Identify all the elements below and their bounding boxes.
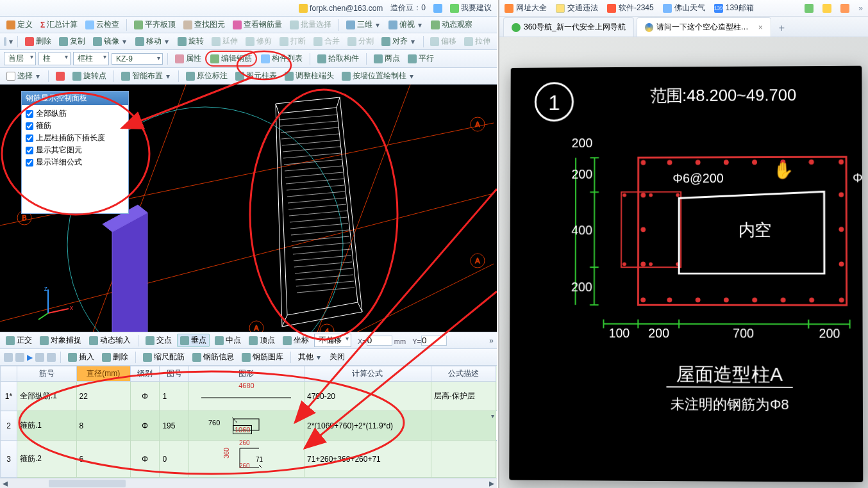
insert-row-button[interactable]: 插入 (65, 351, 97, 363)
define-button[interactable]: 定义 (4, 19, 35, 31)
rebar-table[interactable]: 筋号 直径(mm) 级别 图号 图形 计算公式 公式描述 1* 全部纵筋.1 2… (0, 366, 497, 478)
copy-button[interactable]: 复制 (56, 35, 88, 47)
table-row[interactable]: 3 箍筋.2 6 Φ 0 260 360 71 260 71+260+360+2… (1, 441, 497, 478)
suggest-link[interactable]: 我要建议 (450, 3, 492, 13)
chk-upper-insert[interactable]: 上层柱插筋下插长度 (26, 132, 124, 144)
column-table-tool[interactable]: 图元柱表 (233, 70, 280, 82)
svg-line-39 (289, 211, 347, 216)
model-viewport[interactable]: B A A 4 A (0, 85, 497, 332)
close-button[interactable]: 关闭 (327, 351, 347, 363)
offset-button[interactable]: 偏移 (428, 35, 459, 47)
expand-icon[interactable]: » (489, 336, 494, 345)
ext-grid-icon[interactable] (805, 4, 814, 13)
two-point-button[interactable]: 两点 (371, 53, 403, 65)
snap-coord[interactable]: 坐标 (280, 334, 312, 346)
svg-line-104 (594, 158, 595, 305)
ext-book-icon[interactable] (822, 4, 831, 13)
ext-aa-icon[interactable] (840, 4, 849, 13)
break-button[interactable]: 打断 (277, 35, 308, 47)
find-entity-button[interactable]: 查找图元 (181, 19, 228, 31)
svg-point-82 (724, 297, 729, 302)
rebar-info-button[interactable]: 钢筋信息 (190, 351, 237, 363)
prev-icon[interactable] (15, 353, 24, 362)
first-icon[interactable] (4, 353, 13, 362)
refresh-icon[interactable] (433, 4, 442, 13)
snap-mid[interactable]: 中点 (212, 334, 244, 346)
bookmark-traffic[interactable]: 交通违法 (556, 3, 598, 13)
bookmark-site-nav[interactable]: 网址大全 (505, 3, 547, 13)
close-tab-icon[interactable]: × (758, 23, 763, 32)
extend-button[interactable]: 延伸 (209, 35, 240, 47)
bookmark-139mail[interactable]: 139139邮箱 (714, 3, 754, 13)
batch-select-button[interactable]: 批量选择 (287, 19, 334, 31)
parallel-button[interactable]: 平行 (405, 53, 437, 65)
merge-button[interactable]: 合并 (311, 35, 342, 47)
cloud-check-button[interactable]: 云检查 (83, 19, 122, 31)
ext-more-icon[interactable]: » (858, 4, 863, 13)
align-button[interactable]: 对齐▾ (379, 35, 419, 47)
component-list-button[interactable]: 构件列表 (258, 53, 305, 65)
ortho-toggle[interactable]: 正交 (3, 334, 35, 346)
user-email[interactable]: forpk.chen@163.com (299, 4, 383, 13)
chk-other-entities[interactable]: 显示其它图元 (26, 144, 124, 156)
smart-layout-tool[interactable]: 智能布置▾ (119, 70, 174, 82)
snap-cross[interactable]: 交点 (143, 334, 174, 346)
scale-rebar-button[interactable]: 缩尺配筋 (140, 351, 187, 363)
orig-annot-tool[interactable]: 原位标注 (183, 70, 230, 82)
new-tab-button[interactable]: + (774, 20, 790, 37)
table-row[interactable]: 1* 全部纵筋.1 22 Φ 1 4680 4700-20 层高-保护层 (1, 382, 497, 411)
dyn-input-toggle[interactable]: 动态输入 (87, 334, 133, 346)
mirror-button[interactable]: 镜像▾ (90, 35, 130, 47)
sum-button[interactable]: Σ汇总计算 (38, 19, 80, 31)
view-rebar-button[interactable]: 查看钢筋量 (230, 19, 285, 31)
offset-mode-select[interactable]: 不偏移 (314, 334, 351, 347)
next-icon[interactable] (35, 353, 44, 362)
subtype-select[interactable]: 框柱 (73, 52, 109, 65)
coord-x-input[interactable] (367, 336, 392, 346)
bookmark-2345[interactable]: 软件-2345 (607, 3, 654, 13)
undo-icon[interactable] (4, 37, 6, 46)
delete-row-button[interactable]: 删除 (99, 351, 131, 363)
draw-by-wall-tool[interactable]: 按墙位置绘制柱▾ (339, 70, 417, 82)
snap-perp[interactable]: 垂点 (177, 334, 210, 347)
point-icon[interactable] (53, 71, 67, 81)
bookmark-weather[interactable]: 佛山天气 (663, 3, 705, 13)
align-top-button[interactable]: 平齐板顶 (131, 19, 178, 31)
split-button[interactable]: 分割 (345, 35, 376, 47)
snap-apex[interactable]: 顶点 (246, 334, 278, 346)
last-icon[interactable] (47, 353, 56, 362)
coord-y-input[interactable] (421, 336, 447, 346)
browser-tab-active[interactable]: 请问一下这个空心造型柱怎么布 × (637, 17, 771, 37)
play-icon[interactable]: ▶ (27, 353, 33, 362)
page-content[interactable]: 1 范围:48.200~49.700 (499, 37, 868, 488)
category-select[interactable]: 柱 (38, 52, 71, 65)
chk-stirrup[interactable]: 箍筋 (26, 120, 124, 132)
view-3d-button[interactable]: 三维▾ (344, 19, 383, 31)
browser-tab[interactable]: 360导航_新一代安全上网导航 (503, 17, 634, 37)
tab-bar: 360导航_新一代安全上网导航 请问一下这个空心造型柱怎么布 × + (499, 17, 868, 37)
select-tool[interactable]: 选择▾ (4, 70, 44, 82)
topview-button[interactable]: 俯视▾ (386, 19, 426, 31)
table-row[interactable]: 2 箍筋.1 8 Φ 195 760 1060 2*(1060+760)+2*(… (1, 411, 497, 441)
other-menu[interactable]: 其他▾ (296, 351, 324, 363)
browser-panel: 网址大全 交通违法 软件-2345 佛山天气 139139邮箱 » 360导航_… (498, 0, 868, 488)
edit-rebar-button[interactable]: 编辑钢筋 (206, 52, 256, 65)
chk-detail-formula[interactable]: 显示详细公式 (26, 156, 124, 168)
rotate-button[interactable]: 旋转 (175, 35, 206, 47)
osnap-toggle[interactable]: 对象捕捉 (37, 334, 84, 346)
pick-component-button[interactable]: 拾取构件 (315, 53, 362, 65)
chk-all-longitudinal[interactable]: 全部纵筋 (26, 108, 124, 120)
horizontal-scrollbar[interactable]: ◂ ▸ (0, 478, 497, 488)
trim-button[interactable]: 修剪 (243, 35, 274, 47)
component-select[interactable]: KZ-9 (112, 53, 163, 65)
delete-button[interactable]: 删除 (22, 35, 54, 47)
adjust-end-tool[interactable]: 调整柱端头 (282, 70, 337, 82)
stretch-button[interactable]: 拉伸 (462, 35, 493, 47)
rebar-lib-button[interactable]: 钢筋图库 (239, 351, 286, 363)
rebar-display-panel[interactable]: 钢筋显示控制面板 全部纵筋 箍筋 上层柱插筋下插长度 显示其它图元 显示详细公式 (21, 91, 129, 214)
attributes-button[interactable]: 属性 (172, 53, 204, 65)
rotate-point-tool[interactable]: 旋转点 (70, 70, 109, 82)
floor-select[interactable]: 首层 (4, 52, 36, 65)
dynamic-view-button[interactable]: 动态观察 (428, 19, 475, 31)
move-button[interactable]: 移动▾ (133, 35, 172, 47)
